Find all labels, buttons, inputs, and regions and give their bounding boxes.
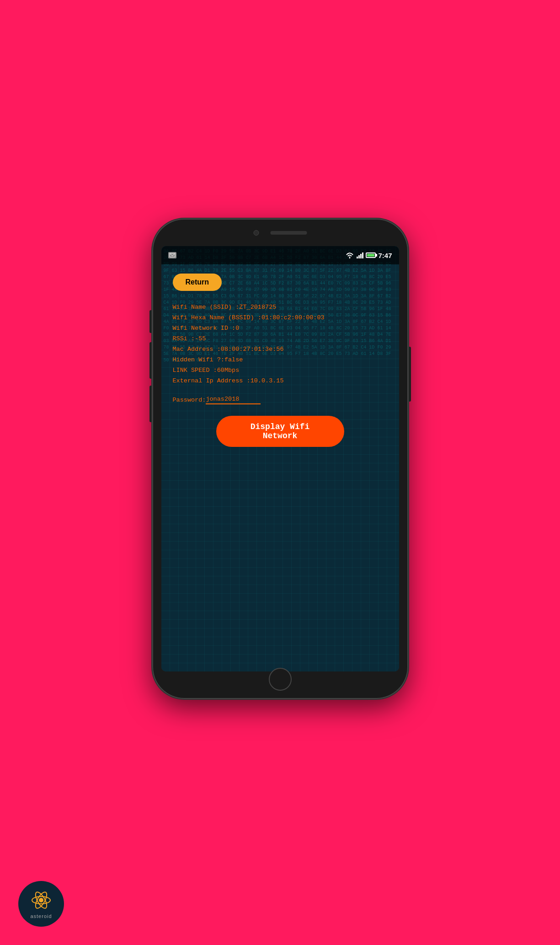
svg-point-2	[39, 898, 43, 902]
return-button[interactable]: Return	[173, 274, 222, 291]
volume-up-button	[149, 310, 152, 333]
password-value: jonas2018	[206, 396, 261, 404]
status-bar: 7:47	[161, 246, 399, 264]
power-button	[408, 347, 411, 402]
status-right: 7:47	[345, 252, 392, 259]
status-left	[168, 252, 176, 258]
asteroid-logo: asteroid	[18, 881, 64, 927]
phone-body: 3A 8F 67 B2 C4 1D F0 29 5E 7A 0B 3C 9D E…	[152, 219, 408, 699]
password-label: Password:	[173, 397, 206, 403]
wifi-external-ip: External Ip Address :10.0.3.15	[173, 376, 388, 387]
silent-button	[149, 386, 152, 422]
wifi-status-icon	[345, 252, 354, 259]
battery-icon	[366, 252, 376, 258]
earpiece-speaker	[270, 231, 307, 235]
wifi-network-id: Wifi Network ID :0	[173, 323, 388, 334]
phone-screen: 3A 8F 67 B2 C4 1D F0 29 5E 7A 0B 3C 9D E…	[161, 246, 399, 671]
phone-container: 3A 8F 67 B2 C4 1D F0 29 5E 7A 0B 3C 9D E…	[152, 219, 408, 699]
asteroid-icon-svg	[30, 889, 53, 912]
wifi-bssid: Wifi Hexa Name (BSSID) :01:80:c2:00:00:0…	[173, 313, 388, 323]
signal-strength-icon	[357, 252, 363, 258]
volume-down-button	[149, 342, 152, 379]
asteroid-label: asteroid	[30, 913, 52, 919]
status-time: 7:47	[378, 252, 392, 259]
password-row: Password: jonas2018	[173, 396, 388, 404]
content-area: Return Wifi Name (SSID) :ZT_2018725 Wifi…	[161, 264, 399, 671]
wifi-hidden: Hidden Wifi ?:false	[173, 355, 388, 365]
notification-icon	[168, 252, 176, 258]
wifi-mac: Mac Address :08:00:27:01:3e:56	[173, 344, 388, 355]
svg-marker-1	[170, 253, 175, 256]
wifi-link-speed: LINK SPEED :60Mbps	[173, 365, 388, 376]
front-camera-area	[253, 230, 307, 236]
display-wifi-button[interactable]: Display Wifi Network	[216, 416, 344, 447]
camera-dot	[253, 230, 259, 236]
wifi-ssid: Wifi Name (SSID) :ZT_2018725	[173, 302, 388, 313]
wifi-rssi: RSSi :-55	[173, 334, 388, 344]
wifi-info-panel: Wifi Name (SSID) :ZT_2018725 Wifi Hexa N…	[173, 302, 388, 387]
